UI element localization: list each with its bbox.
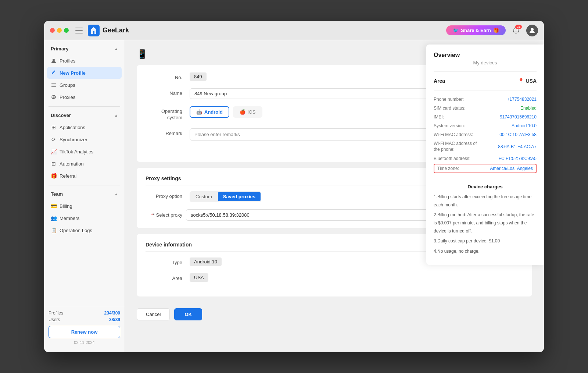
share-earn-button[interactable]: 🐦 Share & Earn 🎁 [446, 25, 506, 35]
app-name: GeeLark [103, 26, 129, 34]
date-display: 02-11-2024 [49, 340, 120, 345]
sidebar-item-referral[interactable]: 🎁 Referral [47, 170, 122, 182]
sidebar-item-members[interactable]: 👥 Members [47, 212, 122, 224]
main-layout: Primary ▲ Profiles [44, 40, 544, 352]
sidebar-team-header[interactable]: Team ▲ [47, 188, 122, 200]
sidebar-item-applications[interactable]: ⊞ Applications [47, 121, 122, 133]
close-button[interactable] [50, 28, 55, 33]
users-stat: Users 38/39 [49, 317, 120, 322]
proxy-options-group: Custom Saved proxies [190, 191, 261, 202]
tiktok-analytics-icon: 📈 [51, 149, 57, 154]
overview-panel: Overview My devices Area 📍 USA Phone num… [426, 45, 544, 265]
discover-chevron-icon: ▲ [114, 113, 118, 117]
user-avatar[interactable] [526, 25, 538, 36]
overview-row-1: SIM card status: Enabled [434, 104, 537, 113]
ios-os-button[interactable]: 🍎 iOS [233, 106, 262, 118]
applications-icon: ⊞ [51, 124, 57, 130]
device-charges-section: Device charges 1.Billing starts after ex… [434, 184, 537, 255]
users-stat-value: 38/39 [109, 317, 120, 322]
overview-area-row: Area 📍 USA [434, 76, 537, 86]
overview-row-0: Phone number: +17754832021 [434, 95, 537, 104]
charge-item-1: 2.Billing method: After a successful sta… [434, 211, 537, 235]
profiles-stat: Profiles 234/300 [49, 310, 120, 316]
sidebar-team-section: Team ▲ 💳 Billing 👥 Members 📋 Operation L… [44, 188, 125, 237]
overview-row-6: Bluetooth address: FC:F1:52:78:C9:A5 [434, 154, 537, 163]
team-chevron-icon: ▲ [114, 192, 118, 196]
sidebar-primary-section: Primary ▲ Profiles [44, 43, 125, 103]
sidebar-item-proxies[interactable]: Proxies [47, 91, 122, 103]
location-icon: 📍 [518, 78, 524, 84]
svg-point-1 [53, 59, 55, 61]
sidebar-stats: Profiles 234/300 Users 38/39 [49, 310, 120, 322]
saved-proxies-button[interactable]: Saved proxies [218, 192, 261, 201]
custom-proxy-button[interactable]: Custom [190, 192, 217, 201]
timezone-row: Time zone: America/Los_Angeles [434, 164, 537, 173]
referral-icon: 🎁 [51, 173, 57, 179]
sidebar-item-groups[interactable]: Groups [47, 79, 122, 91]
svg-rect-3 [51, 85, 56, 86]
members-icon: 👥 [51, 215, 57, 221]
device-icon: 📱 [137, 49, 148, 59]
charge-item-3: 4.No usage, no charge. [434, 248, 537, 256]
notification-badge: 24 [515, 25, 522, 29]
synchronizer-icon: ⟳ [51, 136, 57, 142]
sidebar: Primary ▲ Profiles [44, 40, 125, 352]
traffic-lights [50, 28, 69, 33]
sidebar-item-synchronizer[interactable]: ⟳ Synchronizer [47, 134, 122, 145]
maximize-button[interactable] [64, 28, 69, 33]
sidebar-discover-section: Discover ▲ ⊞ Applications ⟳ Synchronizer… [44, 110, 125, 182]
notification-button[interactable]: 24 [510, 25, 522, 36]
cancel-button[interactable]: Cancel [137, 308, 170, 320]
renew-button[interactable]: Renew now [49, 326, 120, 338]
ok-button[interactable]: OK [174, 308, 202, 320]
charge-item-2: 3.Daily cost cap per device: $1.00 [434, 237, 537, 245]
sidebar-item-billing[interactable]: 💳 Billing [47, 200, 122, 212]
area-field-row: Area USA [146, 273, 523, 282]
overview-row-5: Wi-Fi MAC address of the phone: 88:6A:B1… [434, 139, 537, 154]
groups-icon [51, 82, 57, 88]
apple-icon: 🍎 [240, 109, 245, 115]
sidebar-item-new-profile[interactable]: New Profile [47, 67, 122, 79]
content-area: 📱 No. 849 Name 13 / 100 [125, 40, 544, 352]
proxies-icon [51, 94, 57, 100]
sidebar-item-operation-logs[interactable]: 📋 Operation Logs [47, 224, 122, 236]
overview-divider-3 [434, 178, 537, 178]
sidebar-item-profiles[interactable]: Profiles [47, 55, 122, 67]
form-footer: Cancel OK [137, 302, 532, 320]
automation-icon: ⊡ [51, 161, 57, 167]
profiles-icon [51, 58, 57, 64]
select-proxy-label: * * Select proxy [146, 212, 182, 218]
sidebar-footer: Profiles 234/300 Users 38/39 Renew now 0… [44, 306, 125, 349]
sidebar-separator-1 [49, 106, 120, 107]
area-badge: USA [190, 273, 208, 282]
titlebar: GeeLark 🐦 Share & Earn 🎁 24 [44, 21, 544, 40]
profiles-stat-value: 234/300 [104, 310, 120, 316]
logo-area: GeeLark [88, 25, 442, 36]
sidebar-item-tiktok-analytics[interactable]: 📈 TikTok Analytics [47, 146, 122, 157]
new-profile-icon [51, 70, 57, 76]
svg-point-0 [531, 28, 534, 31]
charge-item-0: 1.Billing starts after exceeding the fre… [434, 193, 537, 209]
overview-row-3: System version: Android 10.0 [434, 121, 537, 130]
sidebar-discover-header[interactable]: Discover ▲ [47, 110, 122, 121]
proxy-input[interactable] [186, 210, 459, 220]
sidebar-separator-2 [49, 185, 120, 185]
app-logo-icon [88, 25, 100, 36]
svg-rect-4 [51, 86, 56, 87]
sidebar-primary-header[interactable]: Primary ▲ [47, 43, 122, 54]
minimize-button[interactable] [57, 28, 62, 33]
area-field-value: USA [190, 273, 523, 282]
overview-area-value: 📍 USA [518, 78, 537, 84]
sidebar-toggle-button[interactable] [75, 28, 83, 33]
billing-icon: 💳 [51, 203, 57, 209]
sidebar-item-automation[interactable]: ⊡ Automation [47, 158, 122, 170]
overview-rows: Phone number: +17754832021 SIM card stat… [434, 95, 537, 163]
overview-divider-2 [434, 90, 537, 90]
operation-logs-icon: 📋 [51, 227, 57, 233]
overview-row-4: Wi-Fi MAC address: 00:1C:10:7A:F3:58 [434, 130, 537, 139]
android-os-button[interactable]: 🤖 Android [190, 106, 229, 118]
overview-row-2: IMEI: 917437015696210 [434, 113, 537, 121]
charges-text: 1.Billing starts after exceeding the fre… [434, 193, 537, 255]
android-icon: 🤖 [196, 109, 202, 115]
titlebar-right: 🐦 Share & Earn 🎁 24 [446, 25, 538, 36]
